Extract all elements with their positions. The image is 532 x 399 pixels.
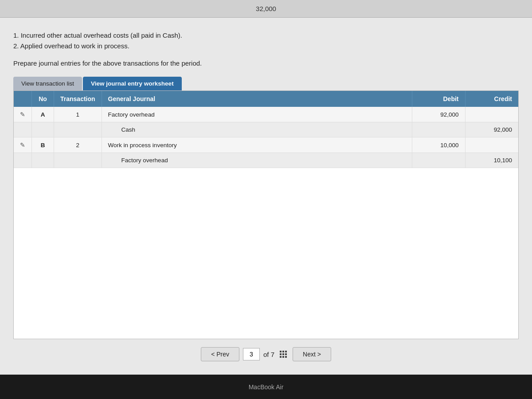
edit-icon[interactable]: ✎	[14, 107, 32, 122]
row-credit	[465, 107, 518, 122]
col-general-journal: General Journal	[102, 91, 412, 107]
col-debit: Debit	[412, 91, 465, 107]
page-input[interactable]	[243, 348, 260, 360]
row-general-journal: Factory overhead	[102, 107, 412, 122]
table-header-row: No Transaction General Journal Debit Cre…	[14, 91, 518, 107]
top-value: 32,000	[256, 5, 276, 12]
row-transaction: 1	[54, 107, 102, 122]
row-debit	[412, 122, 465, 137]
row-credit: 92,000	[465, 122, 518, 137]
row-transaction	[54, 122, 102, 137]
col-credit: Credit	[465, 91, 518, 107]
of-text: of 7	[263, 351, 274, 358]
macbook-label: MacBook Air	[249, 383, 284, 391]
instructions: 1. Incurred other actual overhead costs …	[13, 30, 519, 51]
instruction-line2: 2. Applied overhead to work in process.	[13, 41, 519, 51]
col-edit	[14, 91, 32, 107]
table-row: Cash92,000	[14, 122, 518, 137]
row-debit: 92,000	[412, 107, 465, 122]
row-general-journal: Cash	[102, 122, 412, 137]
grid-icon-container	[278, 350, 289, 358]
row-no: A	[32, 107, 54, 122]
pagination-row: < Prev of 7 Next >	[13, 339, 519, 366]
row-debit	[412, 153, 465, 168]
edit-icon	[14, 122, 32, 137]
prepare-text: Prepare journal entries for the above tr…	[13, 59, 519, 67]
prev-button[interactable]: < Prev	[201, 347, 239, 361]
main-content: 1. Incurred other actual overhead costs …	[0, 18, 532, 375]
col-transaction: Transaction	[54, 91, 102, 107]
col-no: No	[32, 91, 54, 107]
edit-icon[interactable]: ✎	[14, 137, 32, 153]
row-general-journal: Work in process inventory	[102, 137, 412, 153]
journal-table-container: No Transaction General Journal Debit Cre…	[13, 90, 519, 339]
journal-table: No Transaction General Journal Debit Cre…	[14, 91, 518, 168]
row-general-journal: Factory overhead	[102, 153, 412, 168]
top-bar: 32,000	[0, 0, 532, 18]
row-transaction: 2	[54, 137, 102, 153]
table-body: ✎A1Factory overhead92,000Cash92,000✎B2Wo…	[14, 107, 518, 168]
row-no	[32, 153, 54, 168]
row-credit	[465, 137, 518, 153]
tab-transaction-list[interactable]: View transaction list	[13, 77, 82, 90]
row-no	[32, 122, 54, 137]
table-row: ✎B2Work in process inventory10,000	[14, 137, 518, 153]
bottom-bar: MacBook Air	[0, 375, 532, 399]
grid-icon	[280, 351, 287, 358]
edit-icon	[14, 153, 32, 168]
tab-journal-entry-worksheet[interactable]: View journal entry worksheet	[83, 77, 182, 90]
tab-bar: View transaction list View journal entry…	[13, 77, 519, 90]
row-no: B	[32, 137, 54, 153]
table-row: ✎A1Factory overhead92,000	[14, 107, 518, 122]
row-transaction	[54, 153, 102, 168]
row-debit: 10,000	[412, 137, 465, 153]
table-row: Factory overhead10,100	[14, 153, 518, 168]
next-button[interactable]: Next >	[293, 347, 331, 361]
instruction-line1: 1. Incurred other actual overhead costs …	[13, 30, 519, 41]
row-credit: 10,100	[465, 153, 518, 168]
